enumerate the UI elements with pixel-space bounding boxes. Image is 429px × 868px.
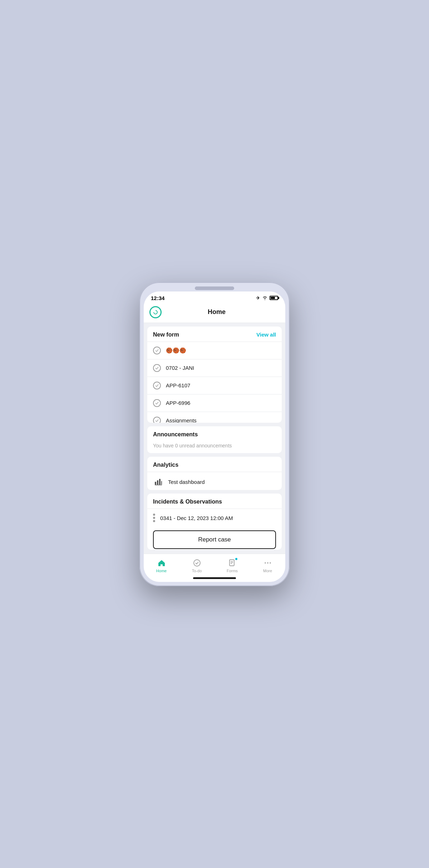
phone-pill [195,286,234,290]
svg-point-5 [194,560,200,566]
list-item[interactable]: 0702 - JANI [147,359,282,377]
forms-badge [235,558,238,560]
form-item-label: 🏀🏀🏀 [166,347,186,354]
check-icon [153,382,161,389]
bottom-nav: Home To-do [144,554,285,576]
form-item-label: Assignments [166,417,197,423]
incident-item-label: 0341 - Dec 12, 2023 12:00 AM [160,515,233,521]
check-icon [153,347,161,354]
checkmark-icon [155,348,159,353]
battery-fill [271,297,275,299]
announcements-card: Announcements You have 0 unread announce… [147,426,282,453]
incidents-card: Incidents & Observations 0341 - Dec 12, … [147,494,282,550]
phone-screen: 12:34 ✈ Home [144,291,285,582]
view-all-button[interactable]: View all [256,332,276,338]
incident-dot [153,520,155,522]
announcements-header: Announcements [147,426,282,441]
svg-point-12 [270,562,271,564]
checkmark-icon [155,401,159,405]
form-item-label: 0702 - JANI [166,365,194,371]
check-icon [153,417,161,423]
list-item[interactable]: 🏀🏀🏀 [147,342,282,359]
announcements-empty-text: You have 0 unread announcements [147,441,282,453]
page-title: Home [166,308,267,316]
analytics-title: Analytics [153,462,178,468]
svg-rect-0 [155,482,156,485]
nav-item-home[interactable]: Home [151,557,172,574]
scroll-content: New form View all 🏀🏀🏀 [144,323,285,554]
incidents-title: Incidents & Observations [153,499,222,505]
incidents-header: Incidents & Observations [147,494,282,509]
nav-label-more: More [263,569,272,573]
nav-item-forms[interactable]: Forms [222,557,243,574]
status-time: 12:34 [151,295,164,301]
announcements-title: Announcements [153,431,198,438]
svg-rect-3 [161,481,162,485]
new-form-card: New form View all 🏀🏀🏀 [147,327,282,423]
check-icon [153,364,161,372]
home-indicator [144,576,285,582]
home-icon [157,558,166,568]
incident-dot [153,514,155,516]
svg-rect-2 [159,479,161,485]
list-item[interactable]: Assignments [147,412,282,423]
list-item[interactable]: 0341 - Dec 12, 2023 12:00 AM [147,509,282,527]
analytics-header: Analytics [147,457,282,472]
checkmark-icon [155,418,159,423]
more-icon [263,558,272,568]
nav-label-home: Home [156,569,167,573]
check-icon [153,399,161,407]
app-header: Home [144,303,285,323]
nav-item-todo[interactable]: To-do [186,557,208,574]
forms-icon [228,558,237,568]
svg-rect-1 [157,480,158,485]
bar-chart-icon [153,476,164,487]
list-item[interactable]: APP-6996 [147,394,282,412]
new-form-header: New form View all [147,327,282,342]
checkmark-icon [155,383,159,388]
status-icons: ✈ [256,295,278,301]
form-item-label: APP-6996 [166,400,190,406]
incident-dots-icon [153,514,155,522]
analytics-card: Analytics Test dashboard [147,457,282,490]
nav-label-forms: Forms [227,569,238,573]
app-logo [149,306,162,318]
svg-point-11 [267,562,268,564]
report-case-button[interactable]: Report case [153,530,276,549]
new-form-title: New form [153,332,179,338]
nav-item-more[interactable]: More [257,557,278,574]
nav-label-todo: To-do [192,569,202,573]
svg-point-10 [265,562,266,564]
analytics-item-label: Test dashboard [168,479,205,485]
phone-frame: 12:34 ✈ Home [139,282,290,586]
todo-icon [192,558,202,568]
checkmark-icon [155,366,159,370]
airplane-icon: ✈ [256,295,260,301]
list-item[interactable]: Test dashboard [147,472,282,490]
phone-notch [144,286,285,290]
form-item-label: APP-6107 [166,382,190,388]
list-item[interactable]: APP-6107 [147,377,282,394]
wifi-icon [262,296,268,300]
home-bar [193,577,236,579]
battery-icon [270,296,278,300]
status-bar: 12:34 ✈ [144,291,285,303]
incident-dot [153,517,155,519]
app-logo-inner [153,309,159,315]
